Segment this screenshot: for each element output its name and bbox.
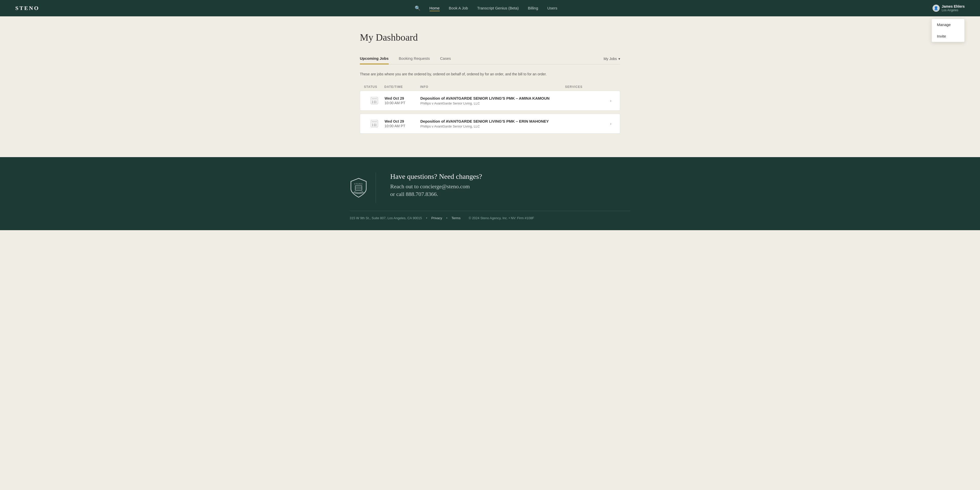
user-dropdown: Manage Invite (932, 19, 965, 42)
nav-item-users[interactable]: Users (547, 6, 557, 11)
tab-booking-requests[interactable]: Booking Requests (399, 53, 430, 64)
tab-cases[interactable]: Cases (440, 53, 451, 64)
chevron-right-icon: › (606, 121, 616, 126)
table-row[interactable]: Wed Oct 29 10:00 AM PT Deposition of AVA… (360, 114, 620, 134)
dropdown-manage[interactable]: Manage (932, 19, 964, 30)
tabs-bar: Upcoming Jobs Booking Requests Cases My … (360, 53, 620, 64)
jobs-description: These are jobs where you are the ordered… (360, 72, 620, 77)
job-case: Phillips v AvantGarde Senior Living, LLC (420, 124, 560, 128)
footer-copyright: © 2024 Steno Agency, Inc. • NV: Firm #10… (469, 216, 534, 220)
user-location: Los Angeles (942, 8, 965, 12)
search-icon[interactable]: 🔍 (415, 6, 420, 11)
tab-upcoming-jobs[interactable]: Upcoming Jobs (360, 53, 389, 64)
job-time: 10:00 AM PT (385, 101, 420, 105)
footer: STENO Have questions? Need changes? Reac… (0, 157, 980, 230)
page-title: My Dashboard (360, 32, 620, 43)
col-status: STATUS (364, 85, 384, 89)
filter-dropdown[interactable]: My Jobs ▾ (604, 57, 620, 61)
filter-label: My Jobs (604, 57, 617, 61)
footer-contact-line2: or call 888.707.8366. (390, 191, 482, 198)
footer-questions-heading: Have questions? Need changes? (390, 172, 482, 180)
col-info: INFO (420, 85, 565, 89)
navbar: STENO 🔍 Home Book A Job Transcript Geniu… (0, 0, 980, 16)
col-services: SERVICES (565, 85, 606, 89)
job-title: Deposition of AVANTGARDE SENIOR LIVING'S… (420, 119, 560, 123)
calendar-icon (371, 120, 378, 127)
user-menu[interactable]: 👤 James Ehlers Los Angeles Manage Invite (932, 4, 965, 12)
terms-link[interactable]: Terms (452, 216, 460, 220)
footer-divider (375, 172, 376, 203)
footer-address: 315 W 9th St., Suite 807, Los Angeles, C… (350, 216, 422, 220)
footer-logo-section: STENO (350, 172, 378, 203)
job-status-icon (364, 97, 385, 104)
col-arrow (606, 85, 616, 89)
user-avatar-icon: 👤 (932, 5, 940, 12)
chevron-down-icon: ▾ (618, 57, 620, 61)
job-title: Deposition of AVANTGARDE SENIOR LIVING'S… (420, 96, 560, 101)
dropdown-invite[interactable]: Invite (932, 30, 964, 42)
footer-contact-line1: Reach out to concierge@steno.com (390, 183, 482, 190)
calendar-icon (371, 97, 378, 104)
search-button[interactable]: 🔍 (415, 5, 420, 11)
col-datetime: DATE/TIME (384, 85, 420, 89)
table-header: STATUS DATE/TIME INFO SERVICES (360, 83, 620, 91)
main-content: My Dashboard Upcoming Jobs Booking Reque… (350, 16, 630, 157)
table-row[interactable]: Wed Oct 29 10:00 AM PT Deposition of AVA… (360, 91, 620, 111)
job-datetime: Wed Oct 29 10:00 AM PT (385, 96, 420, 105)
job-case: Phillips v AvantGarde Senior Living, LLC (420, 101, 560, 105)
footer-inner: STENO Have questions? Need changes? Reac… (350, 172, 630, 203)
steno-shield-logo: STENO (350, 177, 368, 198)
job-status-icon (364, 120, 385, 127)
svg-rect-1 (355, 186, 362, 190)
nav-item-transcript[interactable]: Transcript Genius (Beta) (477, 6, 519, 11)
jobs-table: STATUS DATE/TIME INFO SERVICES Wed Oct 2… (360, 83, 620, 134)
footer-contact: Have questions? Need changes? Reach out … (390, 172, 482, 198)
job-info: Deposition of AVANTGARDE SENIOR LIVING'S… (420, 96, 565, 105)
job-date: Wed Oct 29 (385, 96, 420, 101)
chevron-right-icon: › (606, 98, 616, 104)
nav-item-book[interactable]: Book A Job (449, 6, 468, 11)
footer-bottom: 315 W 9th St., Suite 807, Los Angeles, C… (350, 211, 630, 220)
nav-item-home[interactable]: Home (430, 6, 440, 11)
brand-logo: STENO (15, 5, 40, 11)
job-datetime: Wed Oct 29 10:00 AM PT (385, 119, 420, 128)
user-name: James Ehlers (942, 4, 965, 8)
nav-item-billing[interactable]: Billing (528, 6, 538, 11)
nav-links: 🔍 Home Book A Job Transcript Genius (Bet… (415, 5, 557, 11)
job-date: Wed Oct 29 (385, 119, 420, 123)
job-info: Deposition of AVANTGARDE SENIOR LIVING'S… (420, 119, 565, 128)
job-time: 10:00 AM PT (385, 124, 420, 128)
svg-text:STENO: STENO (354, 183, 363, 185)
privacy-link[interactable]: Privacy (431, 216, 442, 220)
